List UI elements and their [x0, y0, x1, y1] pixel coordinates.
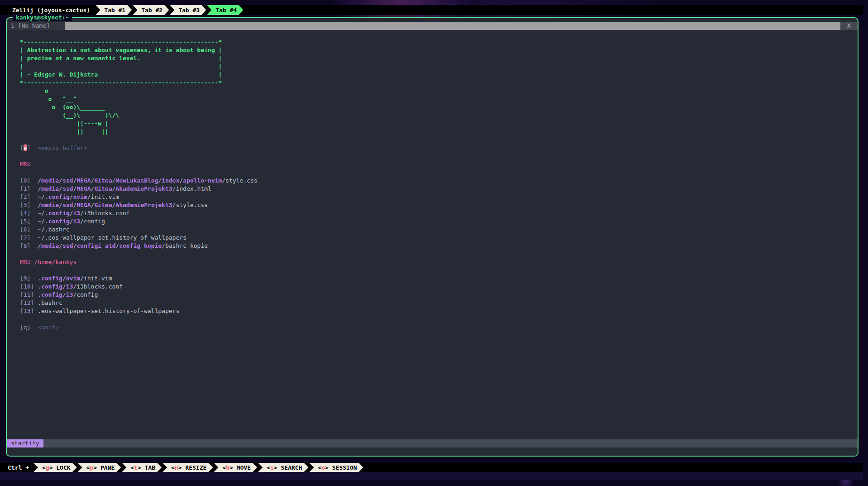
- banner-line: | precise at a new semantic level. |: [20, 54, 858, 63]
- banner-line: || ||: [20, 128, 858, 136]
- startify-entry-3[interactable]: [3] /media/ssd/MEGA/Gitea/AkademieProjek…: [20, 201, 858, 209]
- startify-entry-1[interactable]: [1] /media/ssd/MEGA/Gitea/AkademieProjek…: [20, 185, 858, 193]
- startify-entry-10[interactable]: [10] .config/i3/i3blocks.conf: [20, 283, 858, 291]
- startify-entry-4[interactable]: [4] ~/.config/i3/i3blocks.conf: [20, 209, 858, 217]
- banner-line: *---------------------------------------…: [20, 79, 858, 87]
- keybind-move[interactable]: <h> MOVE: [214, 463, 257, 472]
- banner-line: | - Edsger W. Dijkstra |: [20, 71, 858, 79]
- keybind-resize[interactable]: <n> RESIZE: [163, 463, 213, 472]
- banner-line: ||----w |: [20, 120, 858, 128]
- zellij-tab-tab-3[interactable]: Tab #3: [170, 5, 206, 15]
- section-header-mru-home: MRU /home/kankys: [20, 258, 858, 266]
- banner-line: | |: [20, 63, 858, 71]
- keybind-tab[interactable]: <t> TAB: [122, 463, 162, 472]
- banner-line: o (oo)\_______: [20, 103, 858, 111]
- keybind-prefix-label: Ctrl +: [0, 463, 33, 472]
- keybind-key-letter: g: [46, 464, 49, 471]
- vim-tabline: 1 [No Name] - X: [7, 22, 858, 30]
- keybind-key-letter: o: [321, 464, 325, 471]
- startify-entry-12[interactable]: [12] .bashrc: [20, 299, 858, 307]
- banner-line: (__)\ )\/\: [20, 111, 858, 120]
- blank-line: [20, 152, 858, 160]
- startify-entry-8[interactable]: [8] /media/ssd/configi atd/config kopie/…: [20, 242, 858, 250]
- keybind-search[interactable]: <s> SEARCH: [258, 463, 308, 472]
- blank-line: [20, 266, 858, 274]
- terminal-pane[interactable]: kankys@skynet:~ 1 [No Name] - X *-------…: [6, 17, 858, 457]
- terminal-window: Zellij (joyous-cactus) Tab #1Tab #2Tab #…: [0, 5, 863, 480]
- keybind-session[interactable]: <o> SESSION: [309, 463, 363, 472]
- startify-entry-5[interactable]: [5] ~/.config/i3/config: [20, 217, 858, 226]
- tabline-buffer-tab[interactable]: 1 [No Name] -: [7, 22, 65, 30]
- vim-command-line: [7, 448, 858, 456]
- blank-line: [20, 136, 858, 144]
- banner-line: | Abstraction is not about vagueness, it…: [20, 46, 858, 54]
- tabline-fill: [65, 22, 840, 30]
- keybind-key-letter: p: [90, 464, 93, 471]
- startify-entry-empty-buffer[interactable]: [e] <empty buffer>: [20, 144, 858, 152]
- vim-editor: 1 [No Name] - X *-----------------------…: [7, 18, 858, 456]
- keybind-key-letter: n: [175, 464, 178, 471]
- zellij-tab-tab-4[interactable]: Tab #4: [207, 5, 243, 15]
- startify-entry-2[interactable]: [2] ~/.config/nvim/init.vim: [20, 193, 858, 201]
- statusline-mode-badge: startify: [7, 439, 43, 448]
- blank-line: [20, 30, 858, 38]
- zellij-tip-line: Tip: Alt + <n> => open new pane. Alt + <…: [0, 472, 863, 480]
- keybind-key-letter: h: [226, 464, 230, 471]
- blank-line: [20, 315, 858, 323]
- keybind-pane[interactable]: <p> PANE: [78, 463, 121, 472]
- startify-entry-6[interactable]: [6] ~/.bashrc: [20, 226, 858, 234]
- startify-entry-13[interactable]: [13] .eos-wallpaper-set.history-of-wallp…: [20, 307, 858, 315]
- keybind-key-letter: s: [270, 464, 274, 471]
- section-header-mru: MRU: [20, 160, 858, 168]
- startify-entry-7[interactable]: [7] ~/.eos-wallpaper-set.history-of-wall…: [20, 234, 858, 242]
- workspace: kankys@skynet:~ 1 [No Name] - X *-------…: [0, 15, 863, 463]
- desktop: APERTURE Zellij (joyous-cactus) Tab #1Ta…: [0, 0, 868, 486]
- buffer-lines: *---------------------------------------…: [7, 30, 858, 439]
- zellij-keybind-bar: Ctrl + <g> LOCK<p> PANE<t> TAB<n> RESIZE…: [0, 463, 863, 472]
- zellij-tab-bar: Zellij (joyous-cactus) Tab #1Tab #2Tab #…: [0, 5, 863, 15]
- startify-entry-9[interactable]: [9] .config/nvim/init.vim: [20, 274, 858, 283]
- zellij-tab-tab-1[interactable]: Tab #1: [96, 5, 132, 15]
- zellij-tab-tab-2[interactable]: Tab #2: [133, 5, 169, 15]
- banner-line: o: [20, 87, 858, 95]
- banner-line: *---------------------------------------…: [20, 38, 858, 46]
- startify-entry-0[interactable]: [0] /media/ssd/MEGA/Gitea/NewLukasBlog/i…: [20, 177, 858, 185]
- blank-line: [20, 250, 858, 258]
- startify-entry-11[interactable]: [11] .config/i3/config: [20, 291, 858, 299]
- startify-entry-quit[interactable]: [q] <quit>: [20, 323, 858, 332]
- banner-line: o ^__^: [20, 95, 858, 103]
- keybind-key-letter: t: [134, 464, 138, 471]
- vim-statusline: startify: [7, 439, 858, 448]
- blank-line: [20, 168, 858, 177]
- tabline-close-button[interactable]: X: [840, 22, 858, 30]
- keybind-lock[interactable]: <g> LOCK: [34, 463, 77, 472]
